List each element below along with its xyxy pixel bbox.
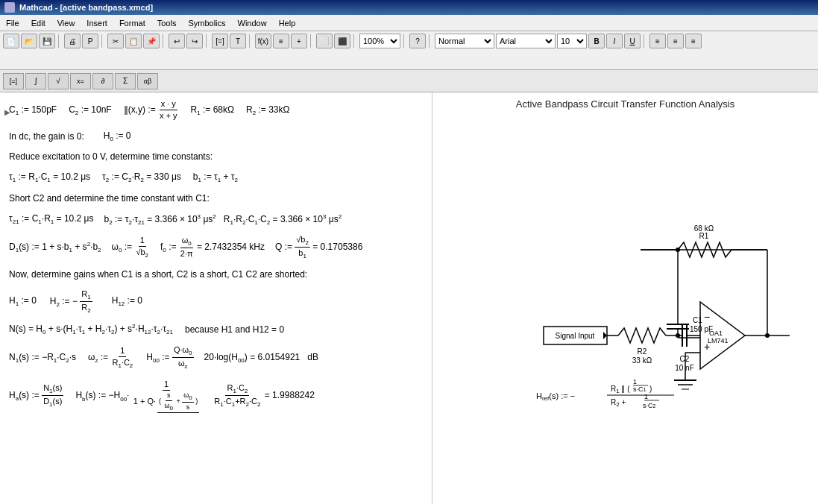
menu-symbolics[interactable]: Symbolics [182,17,231,29]
ns-because: because H1 and H12 = 0 [185,324,284,336]
align-center-button[interactable]: ≡ [667,34,684,48]
align-left-button[interactable]: ≡ [649,34,666,48]
circuit-title: Active Bandpass Circuit Transfer Functio… [438,98,812,110]
partial-btn[interactable]: ∂ [92,73,113,89]
junction-node [676,333,680,338]
menu-view[interactable]: View [51,17,81,29]
href-num3: s·C1 [633,385,646,393]
print-button[interactable]: 🖨 [64,34,81,48]
short-c2-text: Short C2 and determine the time constant… [9,192,210,205]
top-node [676,248,680,252]
zoom-select[interactable]: 100% 75% 150% [359,34,400,48]
menu-insert[interactable]: Insert [81,17,113,29]
h0-def: H0 := 0 [104,130,131,144]
sep3 [163,34,166,48]
cut-button[interactable]: ✂ [107,34,124,48]
save-button[interactable]: 💾 [39,34,55,48]
r1-value: 68 kΩ [693,224,714,233]
sum-btn[interactable]: Σ [115,73,136,89]
font-select[interactable]: Arial [496,34,556,48]
math-button[interactable]: f(x) [255,34,271,48]
paste-button[interactable]: 📌 [143,34,160,48]
equation-button[interactable]: ≡ [273,34,289,48]
sep8 [403,34,406,48]
href-num2: 1 [633,378,637,385]
bold-button[interactable]: B [588,34,605,48]
app-icon [4,2,15,13]
sep7 [353,34,356,48]
href-den3: s·C2 [643,402,656,409]
insert-text-button[interactable]: T [230,34,246,48]
var-definitions: C1 := 150pF C2 := 10nF ‖(x,y) := x · y x… [9,98,423,122]
zoom-in-button[interactable]: ⬜ [316,34,333,48]
c2-text: C2 [679,355,689,363]
matrix-btn[interactable]: [=] [3,73,24,89]
sep5 [249,34,252,48]
alpha-btn[interactable]: αβ [137,73,158,89]
parallel-def: ‖(x,y) := x · y x + y [124,98,179,122]
zoom-out-button[interactable]: ⬛ [334,34,350,48]
italic-button[interactable]: I [606,34,623,48]
c1-text: C1 [693,316,702,324]
f0-def: f0 := ω0 2·π = 2.7432354 kHz [160,235,265,260]
omega0-frac: 1 √b2 [134,235,150,260]
undo-button[interactable]: ↩ [169,34,185,48]
align-right-button[interactable]: ≡ [685,34,702,48]
short-c2-line: Short C2 and determine the time constant… [9,192,423,205]
sep9 [429,34,432,48]
sep2 [101,34,104,48]
size-select[interactable]: 10 [557,34,587,48]
title-bar: Mathcad - [active bandpass.xmcd] [0,0,818,15]
menu-window[interactable]: Window [232,17,273,29]
r1-def: R1 := 68kΩ [191,104,234,118]
style-select[interactable]: Normal [435,34,494,48]
integral-btn[interactable]: ∫ [25,73,46,89]
menu-file[interactable]: File [0,17,25,29]
open-button[interactable]: 📂 [21,34,37,48]
xeq-btn[interactable]: x= [70,73,91,89]
menu-tools[interactable]: Tools [151,17,183,29]
q-frac: √b2 b1 [295,234,310,261]
copy-button[interactable]: 📋 [125,34,142,48]
menu-edit[interactable]: Edit [25,17,51,29]
math-toolbar: [=] ∫ √ x= ∂ Σ αβ [0,70,818,92]
menu-bar: File Edit View Insert Format Tools Symbo… [0,15,818,31]
tau1-def: τ1 := R1·C1 = 10.2 μs [9,171,90,185]
ns-line: N(s) = H0 + s·(H1·τ1 + H2·τ2) + s2·H12·τ… [9,322,423,337]
omegaz-def: ωz := 1 R1·C2 [88,345,134,371]
print-preview-button[interactable]: P [82,34,98,48]
b1-def: b1 := τ1 + τ2 [193,171,238,185]
c1-value: 150 pF [690,325,713,333]
h12-val: H12 := 0 [112,294,142,309]
menu-help[interactable]: Help [273,17,302,29]
r1r2c1c2: R1·R2·C1·C2 = 3.366 × 103 μs2 [224,212,342,227]
omega0-def: ω0 := 1 √b2 [112,235,150,260]
log-h00: 20·log(H00) = 6.0154921 [204,351,301,365]
graph-button[interactable]: + [291,34,307,48]
redo-button[interactable]: ↪ [186,34,203,48]
r2-text: R2 [637,347,646,356]
tau21-def: τ21 := C1·R1 = 10.2 μs [9,212,94,227]
sep4 [206,34,209,48]
omega-over-s: ω0 s [182,391,193,412]
n1-def: N1(s) := −R1·C2·s [9,351,76,365]
sep10 [644,34,646,48]
q-def: Q := √b2 b1 = 0.1705386 [275,234,362,261]
hb-inner-frac: ( s ω0 + ω0 s ) [157,391,199,413]
insert-calc-button[interactable]: [=] [212,34,228,48]
c1-def: C1 := 150pF [9,104,57,118]
help-button[interactable]: ? [409,34,426,48]
sqrt-btn[interactable]: √ [48,73,69,89]
tau2-def: τ2 := C2·R2 = 330 μs [102,171,181,185]
href-label: Href(s) := − [536,391,575,402]
h2-val: H2 := − R1 R2 [50,289,92,315]
b2-def: b2 := τ2·τ21 = 3.366 × 103 μs2 [104,212,216,227]
menu-format[interactable]: Format [113,17,151,29]
r1c2-ratio: R1·C2 R1·C1+R2·C2 = 1.9988242 [213,382,315,409]
underline-button[interactable]: U [624,34,641,48]
new-button[interactable]: 📄 [3,34,19,48]
lm741-label: LM741 [708,337,729,344]
d1-line: D1(s) := 1 + s·b1 + s2·b2 ω0 := 1 √b2 f0… [9,234,423,261]
dc-gain-text: In dc, the gain is 0: [9,130,84,143]
r1-text: R1 [699,232,708,240]
